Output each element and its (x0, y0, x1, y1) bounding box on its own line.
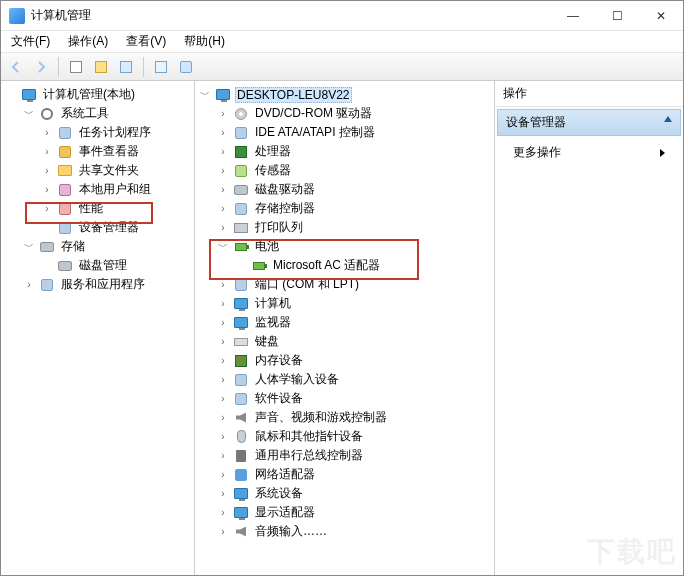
expand-icon[interactable]: › (217, 336, 229, 348)
cat-sensor[interactable]: ›传感器 (215, 161, 492, 180)
shared-folders-icon (57, 163, 73, 179)
cat-storage-ctrl[interactable]: ›存储控制器 (215, 199, 492, 218)
expand-icon[interactable]: › (217, 108, 229, 120)
tree-device-manager[interactable]: 设备管理器 (39, 218, 192, 237)
expand-icon[interactable]: › (217, 317, 229, 329)
expand-icon[interactable]: › (217, 374, 229, 386)
tree-performance[interactable]: › 性能 (39, 199, 192, 218)
tree-local-users[interactable]: › 本地用户和组 (39, 180, 192, 199)
tree-event-viewer[interactable]: › 事件查看器 (39, 142, 192, 161)
keyboard-icon (233, 334, 249, 350)
export-button[interactable] (150, 56, 172, 78)
expand-icon[interactable]: › (41, 165, 53, 177)
cat-network[interactable]: ›网络适配器 (215, 465, 492, 484)
users-icon (57, 182, 73, 198)
expand-icon[interactable]: › (217, 146, 229, 158)
cat-disk[interactable]: ›磁盘驱动器 (215, 180, 492, 199)
expand-icon[interactable]: › (217, 412, 229, 424)
menu-action[interactable]: 操作(A) (64, 31, 112, 52)
expand-icon[interactable]: › (217, 450, 229, 462)
toolbar-separator (143, 57, 144, 77)
expand-icon[interactable]: › (217, 431, 229, 443)
device-manager-panel[interactable]: ﹀ DESKTOP-LEU8V22 ›DVD/CD-ROM 驱动器 ›IDE A… (195, 81, 495, 575)
expand-icon[interactable]: › (217, 488, 229, 500)
actions-more[interactable]: 更多操作 (495, 138, 683, 167)
disk-management-icon (57, 258, 73, 274)
expand-icon[interactable]: › (217, 298, 229, 310)
cat-keyboard[interactable]: ›键盘 (215, 332, 492, 351)
minimize-button[interactable]: — (551, 1, 595, 31)
cat-dvd[interactable]: ›DVD/CD-ROM 驱动器 (215, 104, 492, 123)
tree-shared-folders[interactable]: › 共享文件夹 (39, 161, 192, 180)
expand-icon[interactable]: › (217, 507, 229, 519)
chevron-right-icon (660, 149, 665, 157)
usb-icon (233, 448, 249, 464)
tree-disk-management[interactable]: 磁盘管理 (39, 256, 192, 275)
cat-print-queue[interactable]: ›打印队列 (215, 218, 492, 237)
cat-monitor[interactable]: ›监视器 (215, 313, 492, 332)
expand-icon[interactable]: › (217, 222, 229, 234)
show-hide-tree-button[interactable] (65, 56, 87, 78)
expand-icon[interactable]: › (217, 393, 229, 405)
cat-sound[interactable]: ›声音、视频和游戏控制器 (215, 408, 492, 427)
tree-system-tools[interactable]: ﹀ 系统工具 (21, 104, 192, 123)
tree-storage[interactable]: ﹀ 存储 (21, 237, 192, 256)
expand-icon[interactable]: › (217, 355, 229, 367)
expand-icon[interactable]: › (41, 203, 53, 215)
menu-help[interactable]: 帮助(H) (180, 31, 229, 52)
help-button[interactable] (175, 56, 197, 78)
device-ac-adapter[interactable]: Microsoft AC 适配器 (233, 256, 492, 275)
properties-button[interactable] (90, 56, 112, 78)
cat-software[interactable]: ›软件设备 (215, 389, 492, 408)
tree-root[interactable]: 计算机管理(本地) (3, 85, 192, 104)
event-viewer-icon (57, 144, 73, 160)
collapse-icon[interactable]: ﹀ (217, 241, 229, 253)
menu-view[interactable]: 查看(V) (122, 31, 170, 52)
collapse-icon[interactable]: ﹀ (23, 108, 35, 120)
maximize-button[interactable]: ☐ (595, 1, 639, 31)
expand-icon[interactable]: › (217, 526, 229, 538)
tree-task-scheduler[interactable]: › 任务计划程序 (39, 123, 192, 142)
collapse-icon[interactable]: ﹀ (199, 89, 211, 101)
cat-system[interactable]: ›系统设备 (215, 484, 492, 503)
cat-hid[interactable]: ›人体学输入设备 (215, 370, 492, 389)
tree-services-apps[interactable]: › 服务和应用程序 (21, 275, 192, 294)
cat-usb[interactable]: ›通用串行总线控制器 (215, 446, 492, 465)
app-icon (9, 8, 25, 24)
cat-ide[interactable]: ›IDE ATA/ATAPI 控制器 (215, 123, 492, 142)
device-tree[interactable]: ﹀ DESKTOP-LEU8V22 ›DVD/CD-ROM 驱动器 ›IDE A… (197, 85, 492, 541)
expand-icon[interactable]: › (41, 146, 53, 158)
tree-label: 传感器 (253, 162, 293, 179)
collapse-icon[interactable]: ﹀ (23, 241, 35, 253)
back-button[interactable] (5, 56, 27, 78)
expand-icon[interactable]: › (41, 127, 53, 139)
menu-file[interactable]: 文件(F) (7, 31, 54, 52)
console-tree-panel[interactable]: 计算机管理(本地) ﹀ 系统工具 › 任务计划程序 (1, 81, 195, 575)
expand-icon[interactable]: › (23, 279, 35, 291)
expand-icon[interactable]: › (217, 279, 229, 291)
cat-cpu[interactable]: ›处理器 (215, 142, 492, 161)
cat-memory[interactable]: ›内存设备 (215, 351, 492, 370)
cat-mouse[interactable]: ›鼠标和其他指针设备 (215, 427, 492, 446)
cat-display[interactable]: ›显示适配器 (215, 503, 492, 522)
expand-icon[interactable]: › (217, 469, 229, 481)
cat-battery[interactable]: ﹀电池 (215, 237, 492, 256)
expand-icon[interactable]: › (217, 127, 229, 139)
cat-audio-io[interactable]: ›音频输入…… (215, 522, 492, 541)
forward-button[interactable] (30, 56, 52, 78)
expand-icon[interactable]: › (217, 184, 229, 196)
expand-icon[interactable]: › (41, 184, 53, 196)
expand-icon[interactable]: › (217, 203, 229, 215)
refresh-button[interactable] (115, 56, 137, 78)
cat-computer[interactable]: ›计算机 (215, 294, 492, 313)
computer-icon (233, 296, 249, 312)
system-device-icon (233, 486, 249, 502)
expand-icon[interactable]: › (217, 165, 229, 177)
actions-context[interactable]: 设备管理器 (497, 109, 681, 136)
device-tree-host[interactable]: ﹀ DESKTOP-LEU8V22 (197, 85, 492, 104)
cat-ports[interactable]: ›端口 (COM 和 LPT) (215, 275, 492, 294)
console-tree[interactable]: 计算机管理(本地) ﹀ 系统工具 › 任务计划程序 (3, 85, 192, 294)
close-button[interactable]: ✕ (639, 1, 683, 31)
expander-icon[interactable] (5, 89, 17, 101)
scheduler-icon (57, 125, 73, 141)
